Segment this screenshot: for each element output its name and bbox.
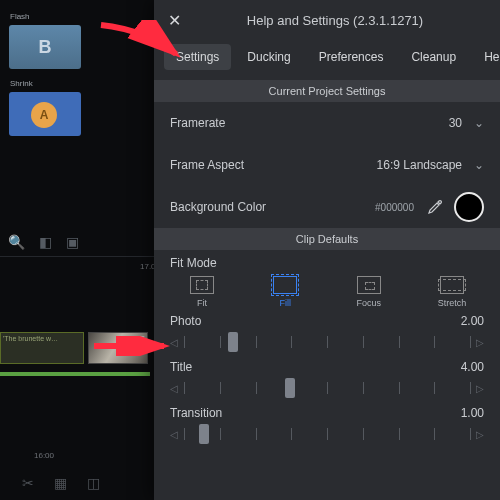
tab-cleanup[interactable]: Cleanup	[399, 44, 468, 70]
transition-slider[interactable]	[184, 424, 470, 444]
bgcolor-value: #000000	[290, 202, 426, 213]
slider-decrease-icon[interactable]: ◁	[170, 337, 178, 348]
panel-label-flash: Flash	[10, 12, 94, 21]
filter-icon[interactable]: ◧	[39, 234, 52, 250]
mid-toolbar: 🔍 ◧ ▣	[8, 234, 79, 250]
slider-increase-icon[interactable]: ▷	[476, 337, 484, 348]
search-icon[interactable]: 🔍	[8, 234, 25, 250]
panel-label-shrink: Shrink	[10, 79, 94, 88]
timeline-clip-text[interactable]: 'The brunette w…	[0, 332, 84, 364]
audio-track-strip[interactable]	[0, 372, 150, 376]
framerate-value: 30	[290, 116, 474, 130]
tool-media-icon[interactable]: ▦	[54, 475, 67, 491]
slider-decrease-icon[interactable]: ◁	[170, 429, 178, 440]
transition-label: Transition	[170, 406, 222, 420]
row-transition-duration: Transition1.00 ◁ ▷	[154, 402, 500, 448]
photo-label: Photo	[170, 314, 201, 328]
transition-thumb-flash[interactable]	[9, 25, 81, 69]
photo-value: 2.00	[461, 314, 484, 328]
fit-option-stretch[interactable]: Stretch	[422, 276, 482, 308]
aspect-label: Frame Aspect	[170, 158, 290, 172]
title-value: 4.00	[461, 360, 484, 374]
photo-slider[interactable]	[184, 332, 470, 352]
section-clip-defaults: Clip Defaults	[154, 228, 500, 250]
transition-value: 1.00	[461, 406, 484, 420]
tab-settings[interactable]: Settings	[164, 44, 231, 70]
row-title-duration: Title4.00 ◁ ▷	[154, 356, 500, 402]
row-frame-aspect[interactable]: Frame Aspect 16:9 Landscape ⌄	[154, 144, 500, 186]
framerate-label: Framerate	[170, 116, 290, 130]
tab-ducking[interactable]: Ducking	[235, 44, 302, 70]
panel-title: Help and Settings (2.3.1.1271)	[184, 13, 486, 28]
chevron-down-icon: ⌄	[474, 116, 484, 130]
fit-option-fit[interactable]: Fit	[172, 276, 232, 308]
tool-cut-icon[interactable]: ✂	[22, 475, 34, 491]
slider-decrease-icon[interactable]: ◁	[170, 383, 178, 394]
fit-option-focus[interactable]: Focus	[339, 276, 399, 308]
slider-increase-icon[interactable]: ▷	[476, 429, 484, 440]
title-slider[interactable]	[184, 378, 470, 398]
help-settings-panel: ✕ Help and Settings (2.3.1.1271) Setting…	[154, 0, 500, 500]
row-photo-duration: Photo2.00 ◁ ▷	[154, 310, 500, 356]
row-fit-mode: Fit Mode Fit Fill Focus Stretch	[154, 250, 500, 310]
title-label: Title	[170, 360, 192, 374]
bottom-timecode: 16:00	[34, 451, 54, 460]
timeline-clip-media[interactable]: 8.25	[88, 332, 148, 364]
tool-crop-icon[interactable]: ◫	[87, 475, 100, 491]
close-icon[interactable]: ✕	[168, 11, 184, 30]
aspect-value: 16:9 Landscape	[290, 158, 474, 172]
shield-icon[interactable]: ▣	[66, 234, 79, 250]
tab-preferences[interactable]: Preferences	[307, 44, 396, 70]
color-swatch[interactable]	[454, 192, 484, 222]
slider-increase-icon[interactable]: ▷	[476, 383, 484, 394]
eyedropper-icon[interactable]	[426, 198, 444, 216]
row-background-color: Background Color #000000	[154, 186, 500, 228]
fit-option-fill[interactable]: Fill	[255, 276, 315, 308]
settings-tabbar: Settings Ducking Preferences Cleanup Hel…	[154, 40, 500, 80]
tab-help[interactable]: Help	[472, 44, 500, 70]
clip-duration: 8.25	[131, 335, 145, 342]
row-framerate[interactable]: Framerate 30 ⌄	[154, 102, 500, 144]
chevron-down-icon: ⌄	[474, 158, 484, 172]
section-project-settings: Current Project Settings	[154, 80, 500, 102]
transition-thumb-shrink[interactable]	[9, 92, 81, 136]
bgcolor-label: Background Color	[170, 200, 290, 214]
fitmode-label: Fit Mode	[170, 256, 484, 270]
